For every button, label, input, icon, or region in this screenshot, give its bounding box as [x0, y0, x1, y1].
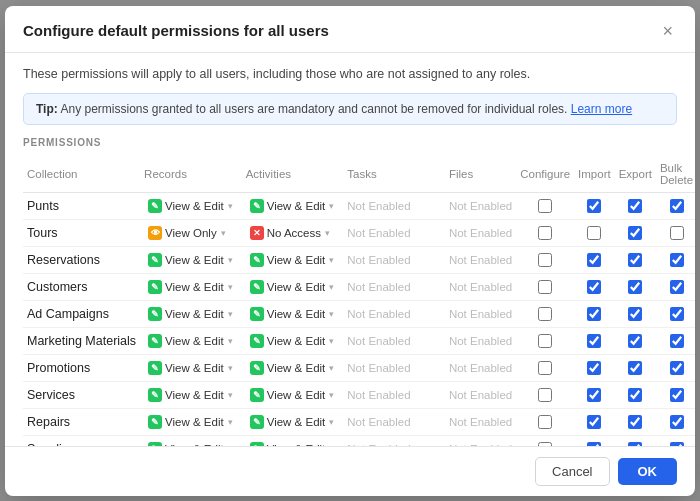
export-checkbox[interactable] [628, 388, 642, 402]
bulk-delete-checkbox[interactable] [670, 334, 684, 348]
perm-select[interactable]: ✎ View & Edit ▾ [246, 278, 340, 296]
configure-cell[interactable] [516, 220, 574, 247]
import-cell[interactable] [574, 301, 615, 328]
import-checkbox[interactable] [587, 226, 601, 240]
perm-select[interactable]: ✎ View & Edit ▾ [144, 386, 238, 404]
records-cell[interactable]: ✎ View & Edit ▾ [140, 247, 242, 274]
export-cell[interactable] [615, 220, 656, 247]
bulk-delete-cell[interactable] [656, 274, 695, 301]
records-cell[interactable]: ✎ View & Edit ▾ [140, 301, 242, 328]
export-checkbox[interactable] [628, 199, 642, 213]
export-checkbox[interactable] [628, 226, 642, 240]
activities-cell[interactable]: ✎ View & Edit ▾ [242, 355, 344, 382]
bulk-delete-cell[interactable] [656, 220, 695, 247]
export-checkbox[interactable] [628, 415, 642, 429]
configure-cell[interactable] [516, 328, 574, 355]
perm-select[interactable]: ✎ View & Edit ▾ [246, 332, 340, 350]
configure-cell[interactable] [516, 274, 574, 301]
records-cell[interactable]: ✎ View & Edit ▾ [140, 436, 242, 446]
perm-select[interactable]: ✎ View & Edit ▾ [144, 413, 238, 431]
export-cell[interactable] [615, 274, 656, 301]
import-cell[interactable] [574, 355, 615, 382]
export-cell[interactable] [615, 328, 656, 355]
configure-checkbox[interactable] [538, 226, 552, 240]
configure-cell[interactable] [516, 247, 574, 274]
learn-more-link[interactable]: Learn more [571, 102, 632, 116]
records-cell[interactable]: 👁 View Only ▾ [140, 220, 242, 247]
activities-cell[interactable]: ✎ View & Edit ▾ [242, 436, 344, 446]
import-cell[interactable] [574, 193, 615, 220]
bulk-delete-checkbox[interactable] [670, 307, 684, 321]
perm-select[interactable]: ✎ View & Edit ▾ [144, 197, 238, 215]
bulk-delete-checkbox[interactable] [670, 361, 684, 375]
perm-select[interactable]: ✎ View & Edit ▾ [246, 251, 340, 269]
import-checkbox[interactable] [587, 388, 601, 402]
configure-cell[interactable] [516, 193, 574, 220]
configure-checkbox[interactable] [538, 307, 552, 321]
configure-cell[interactable] [516, 382, 574, 409]
bulk-delete-checkbox[interactable] [670, 253, 684, 267]
import-cell[interactable] [574, 247, 615, 274]
export-checkbox[interactable] [628, 334, 642, 348]
import-checkbox[interactable] [587, 280, 601, 294]
configure-cell[interactable] [516, 409, 574, 436]
bulk-delete-cell[interactable] [656, 193, 695, 220]
export-checkbox[interactable] [628, 307, 642, 321]
activities-cell[interactable]: ✎ View & Edit ▾ [242, 274, 344, 301]
configure-checkbox[interactable] [538, 199, 552, 213]
bulk-delete-checkbox[interactable] [670, 226, 684, 240]
import-checkbox[interactable] [587, 307, 601, 321]
activities-cell[interactable]: ✎ View & Edit ▾ [242, 193, 344, 220]
export-checkbox[interactable] [628, 361, 642, 375]
import-cell[interactable] [574, 409, 615, 436]
bulk-delete-cell[interactable] [656, 247, 695, 274]
perm-select[interactable]: ✎ View & Edit ▾ [144, 251, 238, 269]
activities-cell[interactable]: ✎ View & Edit ▾ [242, 382, 344, 409]
bulk-delete-cell[interactable] [656, 382, 695, 409]
export-checkbox[interactable] [628, 280, 642, 294]
import-cell[interactable] [574, 274, 615, 301]
bulk-delete-checkbox[interactable] [670, 415, 684, 429]
perm-select[interactable]: ✎ View & Edit ▾ [246, 197, 340, 215]
export-cell[interactable] [615, 247, 656, 274]
import-checkbox[interactable] [587, 415, 601, 429]
bulk-delete-cell[interactable] [656, 409, 695, 436]
bulk-delete-checkbox[interactable] [670, 199, 684, 213]
perm-select[interactable]: ✕ No Access ▾ [246, 224, 335, 242]
perm-select[interactable]: ✎ View & Edit ▾ [144, 332, 238, 350]
activities-cell[interactable]: ✕ No Access ▾ [242, 220, 344, 247]
records-cell[interactable]: ✎ View & Edit ▾ [140, 382, 242, 409]
bulk-delete-checkbox[interactable] [670, 388, 684, 402]
records-cell[interactable]: ✎ View & Edit ▾ [140, 409, 242, 436]
activities-cell[interactable]: ✎ View & Edit ▾ [242, 409, 344, 436]
configure-cell[interactable] [516, 355, 574, 382]
perm-select[interactable]: ✎ View & Edit ▾ [246, 359, 340, 377]
export-checkbox[interactable] [628, 253, 642, 267]
configure-checkbox[interactable] [538, 415, 552, 429]
bulk-delete-cell[interactable] [656, 355, 695, 382]
records-cell[interactable]: ✎ View & Edit ▾ [140, 328, 242, 355]
import-checkbox[interactable] [587, 199, 601, 213]
configure-checkbox[interactable] [538, 334, 552, 348]
configure-checkbox[interactable] [538, 253, 552, 267]
perm-select[interactable]: ✎ View & Edit ▾ [144, 305, 238, 323]
cancel-button[interactable]: Cancel [535, 457, 609, 486]
records-cell[interactable]: ✎ View & Edit ▾ [140, 355, 242, 382]
configure-checkbox[interactable] [538, 361, 552, 375]
close-button[interactable]: × [658, 20, 677, 42]
import-cell[interactable] [574, 328, 615, 355]
export-cell[interactable] [615, 436, 656, 446]
import-cell[interactable] [574, 220, 615, 247]
bulk-delete-cell[interactable] [656, 436, 695, 446]
perm-select[interactable]: ✎ View & Edit ▾ [144, 278, 238, 296]
bulk-delete-cell[interactable] [656, 301, 695, 328]
export-cell[interactable] [615, 382, 656, 409]
configure-checkbox[interactable] [538, 280, 552, 294]
bulk-delete-cell[interactable] [656, 328, 695, 355]
configure-checkbox[interactable] [538, 388, 552, 402]
export-cell[interactable] [615, 193, 656, 220]
activities-cell[interactable]: ✎ View & Edit ▾ [242, 328, 344, 355]
export-cell[interactable] [615, 355, 656, 382]
records-cell[interactable]: ✎ View & Edit ▾ [140, 274, 242, 301]
perm-select[interactable]: ✎ View & Edit ▾ [246, 413, 340, 431]
